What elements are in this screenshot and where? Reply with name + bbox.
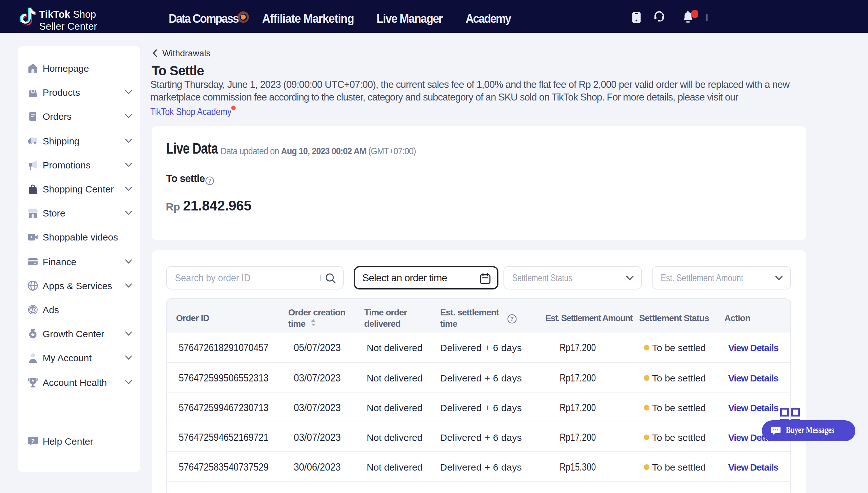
svg-text:?: ? bbox=[31, 438, 35, 444]
svg-text:?: ? bbox=[208, 178, 211, 184]
svg-text:AD: AD bbox=[29, 307, 36, 313]
svg-text:?: ? bbox=[510, 316, 514, 322]
